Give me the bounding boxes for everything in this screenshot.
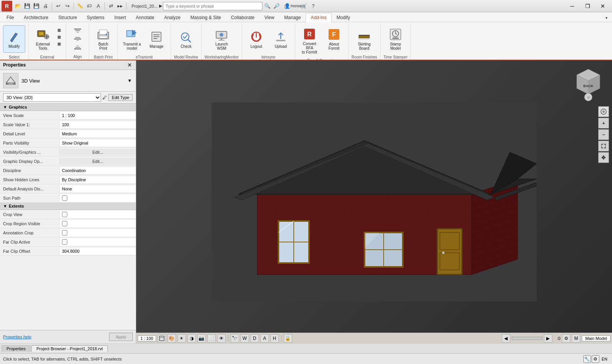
transmit-button[interactable]: Transmit a model <box>121 25 143 53</box>
visual-style-button[interactable]: 🎨 <box>168 334 176 343</box>
properties-tab[interactable]: Properties <box>2 345 31 352</box>
viewport[interactable]: BACK ↺ + − ✥ 1 : 100 🎨 <box>136 60 612 343</box>
search-button[interactable]: 🔍 <box>263 2 272 10</box>
tab-manage[interactable]: Manage <box>279 13 306 22</box>
worksets-button[interactable]: W <box>241 334 249 343</box>
view-template-button[interactable] <box>158 334 166 343</box>
status-icon-1[interactable]: 🔧 <box>583 355 591 363</box>
text-button[interactable]: A <box>94 2 103 10</box>
ribbon-options-button[interactable]: ▾ <box>602 13 610 22</box>
save-as-button[interactable]: 💾 <box>32 2 41 10</box>
manage-btn[interactable]: Manage <box>145 25 168 53</box>
launch-wsm-button[interactable]: Launch WSM <box>210 25 233 53</box>
tag-button[interactable]: 🏷 <box>85 2 93 10</box>
view-scale-value[interactable]: 1 : 100 <box>59 112 136 119</box>
stamp-model-button[interactable]: StampModel <box>384 25 407 53</box>
zoom-in-button[interactable]: + <box>598 118 609 128</box>
open-button[interactable]: 📂 <box>14 2 22 10</box>
external-small-3[interactable]: ▦ <box>55 41 63 47</box>
zoom-out-button[interactable]: − <box>598 129 609 140</box>
tab-file[interactable]: File <box>2 13 19 22</box>
redo-button[interactable]: ↪ <box>63 2 72 10</box>
cart-button[interactable]: 🛒 <box>300 2 308 10</box>
help-button[interactable]: ? <box>309 2 317 10</box>
sun-path-checkbox[interactable] <box>62 195 67 201</box>
search-advanced-button[interactable]: 🔎 <box>272 2 281 10</box>
external-tools-button[interactable]: ExternalTools <box>32 25 54 53</box>
sun-path-button[interactable]: ☀ <box>177 334 186 343</box>
properties-help-link[interactable]: Properties help <box>3 335 31 339</box>
tab-modify[interactable]: Modify <box>332 13 355 22</box>
tab-systems[interactable]: Systems <box>82 13 109 22</box>
panel-close-button[interactable]: ✕ <box>127 62 133 68</box>
restore-button[interactable]: ❐ <box>580 0 595 12</box>
crop-view-checkbox[interactable] <box>62 212 67 217</box>
more-btn[interactable]: ▸▸ <box>116 2 124 10</box>
save-button[interactable]: 💾 <box>23 2 31 10</box>
model-btn[interactable]: M <box>572 334 580 343</box>
discipline-value[interactable]: Coordination <box>59 167 136 174</box>
edit-type-button[interactable]: Edit Type <box>108 94 133 101</box>
scrollbar[interactable] <box>512 337 542 340</box>
status-icon-2[interactable]: ⚙ <box>592 355 599 363</box>
logout-button[interactable]: Logout <box>245 25 267 53</box>
analysis-display-value[interactable]: None <box>59 185 136 192</box>
highlight-displacement-button[interactable]: H <box>270 334 279 343</box>
reveal-hidden-button[interactable]: 🔭 <box>231 334 239 343</box>
view-3d-button[interactable] <box>598 106 609 117</box>
far-clip-offset-value[interactable]: 304.8000 <box>59 248 136 255</box>
align-small-1[interactable] <box>72 27 83 34</box>
tab-annotate[interactable]: Annotate <box>131 13 159 22</box>
crop-region-visible-checkbox[interactable] <box>62 221 67 226</box>
minimize-button[interactable]: ─ <box>565 0 580 12</box>
tab-collaborate[interactable]: Collaborate <box>226 13 259 22</box>
tab-addins[interactable]: Add-Ins <box>306 13 331 22</box>
fit-view-button[interactable] <box>598 141 609 151</box>
parts-visibility-value[interactable]: Show Original <box>59 140 136 146</box>
render-button[interactable]: 📷 <box>197 334 206 343</box>
graphic-display-button[interactable]: Edit... <box>59 158 136 165</box>
tab-architecture[interactable]: Architecture <box>19 13 53 22</box>
close-button[interactable]: ✕ <box>595 0 610 12</box>
batch-print-button[interactable]: Batch Print <box>92 25 114 53</box>
temporary-hide-button[interactable]: 👁 <box>217 334 226 343</box>
pan-button[interactable]: ✥ <box>598 152 609 163</box>
view-dropdown[interactable]: 3D View: {3D} <box>3 93 101 102</box>
design-options-button[interactable]: D <box>251 334 259 343</box>
annotation-crop-checkbox[interactable] <box>62 230 67 236</box>
check-button[interactable]: Check <box>175 25 197 53</box>
mirror-button[interactable]: ⇄ <box>107 2 115 10</box>
locks-button[interactable]: 🔒 <box>284 334 292 343</box>
crop-region-button[interactable]: ⬜ <box>207 334 216 343</box>
modify-button[interactable]: Modify <box>3 25 25 53</box>
tab-structure[interactable]: Structure <box>53 13 82 22</box>
align-small-2[interactable] <box>72 35 83 43</box>
skirting-button[interactable]: SkirtingBoard <box>353 25 375 53</box>
analysis-display-button[interactable]: A <box>260 334 269 343</box>
print-button[interactable]: 🖨 <box>41 2 50 10</box>
about-formit-button[interactable]: F About FormIt <box>323 25 345 53</box>
worksets-mode-button[interactable]: ⚙ <box>562 334 570 343</box>
apply-button[interactable]: Apply <box>109 333 133 341</box>
tab-view[interactable]: View <box>259 13 279 22</box>
shadows-button[interactable]: ◑ <box>187 334 196 343</box>
align-small-3[interactable] <box>72 44 83 51</box>
convert-rfa-button[interactable]: R Convert RFAto FormIt <box>298 25 321 56</box>
search-input[interactable] <box>163 2 262 10</box>
external-small-1[interactable]: ▦ <box>55 27 63 33</box>
upload-button[interactable]: Upload <box>270 25 292 53</box>
tab-insert[interactable]: Insert <box>109 13 131 22</box>
scroll-left-button[interactable]: ◀ <box>502 334 510 343</box>
scroll-right-button[interactable]: ▶ <box>544 334 552 343</box>
nav-cube[interactable]: BACK ↺ <box>569 63 607 102</box>
tab-analyze[interactable]: Analyze <box>159 13 186 22</box>
undo-button[interactable]: ↩ <box>54 2 62 10</box>
external-small-2[interactable]: ▦ <box>55 34 63 40</box>
visibility-graphics-button[interactable]: Edit... <box>59 149 136 156</box>
hidden-lines-value[interactable]: By Discipline <box>59 176 136 183</box>
type-dropdown[interactable]: ▼ <box>127 78 133 84</box>
project-browser-tab[interactable]: Project Browser - Project1_2018.rvt <box>31 345 108 352</box>
detail-level-value[interactable]: Medium <box>59 130 136 137</box>
user-button[interactable]: 👤 moreaus <box>291 2 299 10</box>
far-clip-active-checkbox[interactable] <box>62 239 67 245</box>
